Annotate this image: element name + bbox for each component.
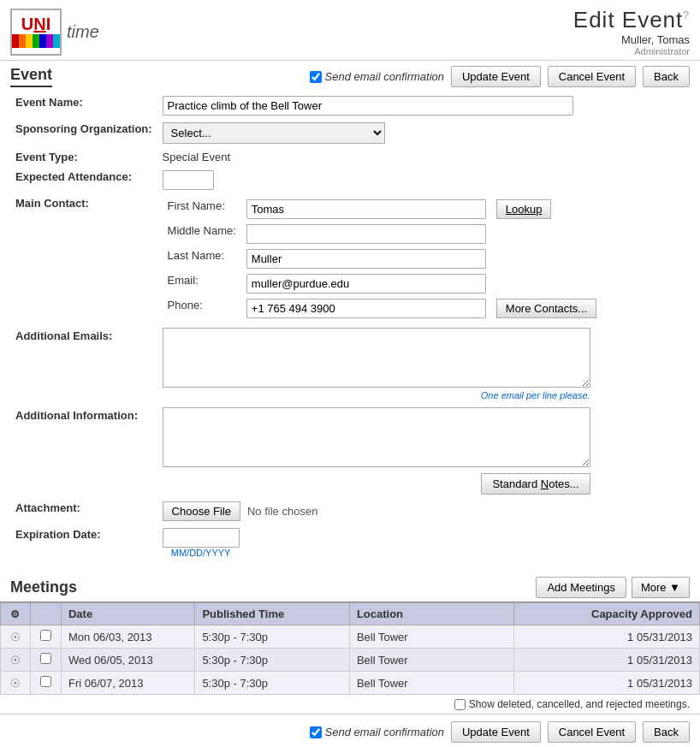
- row-icon-cell: ☉: [1, 672, 31, 695]
- additional-info-row: Additional Information: Standard Notes..…: [10, 404, 690, 498]
- first-name-label: First Name:: [163, 197, 241, 222]
- additional-emails-textarea[interactable]: [163, 328, 590, 388]
- first-name-cell: [241, 197, 491, 222]
- attachment-cell: Choose File No file chosen: [157, 498, 690, 525]
- contact-subtable: First Name: Lookup Middle Name:: [163, 197, 602, 321]
- event-section: Event Send email confirmation Update Eve…: [0, 61, 700, 566]
- table-row: ☉ Wed 06/05, 2013 5:30p - 7:30p Bell Tow…: [1, 649, 700, 672]
- standard-notes-label: Standard Notes...: [492, 477, 578, 490]
- choose-file-button[interactable]: Choose File: [163, 501, 240, 521]
- event-section-controls: Send email confirmation Update Event Can…: [310, 66, 690, 87]
- logo-time-text: time: [67, 22, 99, 42]
- event-form: Event Name: Sponsoring Organization: Sel…: [10, 92, 690, 561]
- bottom-controls: Send email confirmation Update Event Can…: [0, 714, 700, 747]
- add-meetings-button[interactable]: Add Meetings: [536, 577, 626, 598]
- send-email-label-top[interactable]: Send email confirmation: [310, 70, 444, 83]
- show-deleted-checkbox[interactable]: [454, 699, 466, 710]
- expiration-date-hint: MM/DD/YYYY: [163, 548, 240, 558]
- middle-name-input[interactable]: [246, 224, 486, 244]
- show-deleted-label[interactable]: Show deleted, cancelled, and rejected me…: [10, 698, 690, 710]
- phone-label: Phone:: [163, 296, 241, 321]
- meetings-header: Meetings Add Meetings More ▼: [0, 573, 700, 602]
- back-button-top[interactable]: Back: [643, 66, 690, 87]
- settings-icon: ⚙: [10, 608, 20, 620]
- row-capacity: 1 05/31/2013: [514, 672, 700, 695]
- expiration-date-row: Expiration Date: MM/DD/YYYY: [10, 525, 690, 561]
- row-checkbox[interactable]: [40, 630, 51, 641]
- standard-notes-button[interactable]: Standard Notes...: [481, 473, 590, 495]
- expected-attendance-label: Expected Attendance:: [10, 167, 157, 193]
- middle-name-label: Middle Name:: [163, 222, 241, 246]
- row-check-cell[interactable]: [30, 672, 61, 695]
- expected-attendance-input[interactable]: [163, 170, 214, 190]
- first-name-input[interactable]: [246, 199, 486, 219]
- row-location: Bell Tower: [349, 625, 514, 649]
- file-area: Choose File No file chosen: [163, 501, 685, 521]
- expiration-date-input[interactable]: [163, 528, 240, 548]
- send-email-label-bottom[interactable]: Send email confirmation: [310, 726, 444, 738]
- last-name-input[interactable]: [246, 249, 486, 269]
- header-user: Muller, Tomas: [573, 33, 690, 46]
- row-checkbox[interactable]: [40, 653, 51, 664]
- additional-emails-hint: One email per line please.: [163, 390, 590, 400]
- back-button-bottom[interactable]: Back: [643, 721, 690, 743]
- meetings-title: Meetings: [10, 578, 77, 596]
- row-location: Bell Tower: [349, 672, 514, 695]
- sponsoring-org-label: Sponsoring Organization:: [10, 119, 157, 147]
- event-name-input[interactable]: [163, 96, 573, 116]
- cancel-event-button-bottom[interactable]: Cancel Event: [548, 721, 636, 743]
- sponsoring-org-select[interactable]: Select...: [163, 122, 385, 144]
- row-check-cell[interactable]: [30, 649, 61, 672]
- col-location-header: Location: [349, 603, 514, 625]
- send-email-checkbox-bottom[interactable]: [310, 726, 322, 738]
- update-event-button-bottom[interactable]: Update Event: [451, 721, 541, 743]
- lookup-cell: Lookup: [491, 197, 602, 222]
- meetings-section: Meetings Add Meetings More ▼ ⚙ Date Publ…: [0, 573, 700, 714]
- main-contact-row: Main Contact: First Name: Lookup: [10, 193, 690, 324]
- cancel-event-button-top[interactable]: Cancel Event: [548, 66, 636, 87]
- first-name-row: First Name: Lookup: [163, 197, 602, 222]
- lookup-button[interactable]: Lookup: [496, 199, 552, 219]
- more-dropdown-button[interactable]: More ▼: [632, 577, 690, 598]
- row-date: Fri 06/07, 2013: [61, 672, 194, 695]
- header-role: Administrator: [573, 46, 690, 56]
- row-time: 5:30p - 7:30p: [195, 649, 349, 672]
- logo-area: UNI time: [10, 9, 99, 56]
- expiration-date-cell: MM/DD/YYYY: [157, 525, 690, 561]
- email-cell: [241, 271, 491, 296]
- middle-name-row: Middle Name:: [163, 222, 602, 246]
- col-time-header: Published Time: [195, 603, 349, 625]
- meetings-table: ⚙ Date Published Time Location Capacity …: [0, 602, 700, 695]
- logo-box: UNI: [10, 9, 62, 56]
- attachment-label: Attachment:: [10, 498, 157, 525]
- event-name-cell: [157, 92, 690, 119]
- main-contact-label: Main Contact:: [10, 193, 157, 324]
- additional-emails-label: Additional Emails:: [10, 324, 157, 404]
- additional-info-label: Additional Information:: [10, 404, 157, 498]
- attachment-row: Attachment: Choose File No file chosen: [10, 498, 690, 525]
- meetings-controls: Add Meetings More ▼: [536, 577, 690, 598]
- phone-input[interactable]: [246, 299, 486, 318]
- additional-info-textarea[interactable]: [163, 407, 590, 467]
- send-email-checkbox-top[interactable]: [310, 71, 322, 83]
- phone-cell: [241, 296, 491, 321]
- row-capacity: 1 05/31/2013: [514, 649, 700, 672]
- update-event-button-top[interactable]: Update Event: [451, 66, 541, 87]
- col-icon-header: ⚙: [1, 603, 31, 625]
- help-icon[interactable]: ?: [683, 9, 690, 21]
- row-date: Mon 06/03, 2013: [61, 625, 194, 649]
- email-input[interactable]: [246, 274, 486, 293]
- event-type-value: Special Event: [163, 151, 231, 163]
- email-row: Email:: [163, 271, 602, 296]
- additional-emails-cell: One email per line please.: [157, 324, 690, 404]
- row-checkbox[interactable]: [40, 676, 51, 687]
- table-row: ☉ Fri 06/07, 2013 5:30p - 7:30p Bell Tow…: [1, 672, 700, 695]
- no-file-label: No file chosen: [247, 505, 317, 518]
- show-deleted-text: Show deleted, cancelled, and rejected me…: [469, 698, 690, 710]
- event-name-label: Event Name:: [10, 92, 157, 119]
- row-check-cell[interactable]: [30, 625, 61, 649]
- more-contacts-button[interactable]: More Contacts...: [496, 299, 596, 318]
- row-location: Bell Tower: [349, 649, 514, 672]
- row-time: 5:30p - 7:30p: [195, 625, 349, 649]
- col-check-header: [30, 603, 61, 625]
